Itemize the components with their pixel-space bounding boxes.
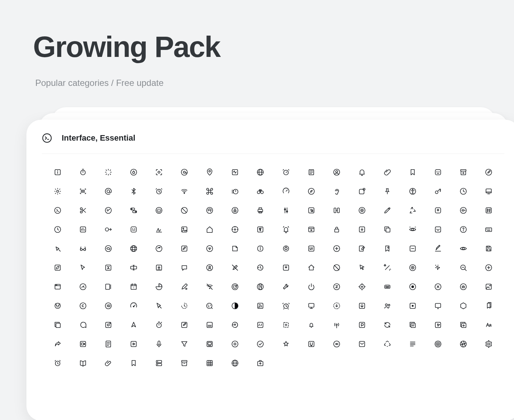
- slider-vertical-icon: [273, 206, 298, 214]
- archive-box-icon: [172, 359, 197, 367]
- snooze-circle-icon: [324, 283, 349, 291]
- paragraph-square-icon: [248, 225, 273, 233]
- bell-small-icon: [298, 321, 324, 329]
- clock-light-icon: [451, 187, 476, 195]
- aperture-icon: [451, 340, 476, 348]
- mic-circle-icon: [222, 206, 248, 214]
- archive-add-icon: [451, 168, 476, 176]
- info-rounded-icon: [248, 245, 273, 253]
- download-u-icon: [298, 340, 324, 348]
- globe-icon: [248, 168, 273, 176]
- rocket-gauge-icon: [70, 283, 95, 291]
- wrench-icon: [273, 283, 298, 291]
- edit-circle-icon: [476, 168, 502, 176]
- sparkle-add-icon: [426, 206, 451, 214]
- select-dashed-icon: [273, 321, 298, 329]
- icon-grid: [45, 159, 502, 367]
- settings-cog-icon: [476, 340, 502, 348]
- bell-icon: [349, 168, 374, 176]
- record-dot-icon: [222, 340, 248, 348]
- wifi-circle-icon: [197, 245, 222, 253]
- edit-note-icon: [172, 245, 197, 253]
- alarm-ringing-icon: [273, 302, 298, 310]
- accessibility-icon: [400, 187, 426, 195]
- rss-square-icon: [248, 302, 273, 310]
- pencil-cursor-icon: [172, 283, 197, 291]
- at-sign-icon: [95, 187, 121, 195]
- zoom-out-icon: [451, 264, 476, 272]
- gallery-square-icon: [197, 340, 222, 348]
- check-circle-icon: [248, 340, 273, 348]
- browser-window-icon: [45, 283, 70, 291]
- keyboard-icon: [476, 225, 502, 233]
- cursor-up-icon: [121, 321, 146, 329]
- bluetooth-icon: [121, 187, 146, 195]
- grid-table-icon: [197, 359, 222, 367]
- voicemail-box-icon: [374, 283, 400, 291]
- broadcast-icon: [324, 321, 349, 329]
- glasses-icon: [70, 245, 95, 253]
- ui-badge-icon: [298, 245, 324, 253]
- location-pin-icon: [197, 168, 222, 176]
- power-icon: [298, 283, 324, 291]
- display-stand-icon: [298, 302, 324, 310]
- text-block-icon: [400, 340, 426, 348]
- stack-copy-icon: [45, 321, 70, 329]
- edit-underline-icon: [426, 245, 451, 253]
- help-circle-icon: [451, 225, 476, 233]
- clock-icon: [45, 225, 70, 233]
- copyright-icon: [70, 302, 95, 310]
- world-web-icon: [121, 245, 146, 253]
- dot-square-icon: [400, 302, 426, 310]
- sync-circle-icon: [374, 321, 400, 329]
- send-right-icon: [95, 225, 121, 233]
- save-floppy-icon: [476, 245, 502, 253]
- signature-icon: [146, 225, 171, 233]
- speedometer-icon: [121, 302, 146, 310]
- record-video-icon: [95, 321, 121, 329]
- checkbox-down-icon: [426, 225, 451, 233]
- add-circle-icon: [476, 264, 502, 272]
- eye-icon: [451, 245, 476, 253]
- radar-icon: [222, 283, 248, 291]
- reload-user-icon: [222, 321, 248, 329]
- star-sparkle-icon: [273, 340, 298, 348]
- scissors-icon: [70, 206, 95, 214]
- sound-off-icon: [324, 340, 349, 348]
- fingerprint-circle-icon: [197, 206, 222, 214]
- minus-square-icon: [400, 245, 426, 253]
- bug-face-icon: [45, 302, 70, 310]
- window-close-icon: [298, 225, 324, 233]
- attachment-icon: [95, 359, 121, 367]
- svg-point-0: [43, 134, 51, 142]
- pie-chart-icon: [146, 283, 171, 291]
- eye-scan-icon: [400, 225, 426, 233]
- image-icon: [172, 225, 197, 233]
- refresh-circle-icon: [146, 245, 171, 253]
- download-box-icon: [349, 225, 374, 233]
- play-square-icon: [121, 340, 146, 348]
- flip-panels-icon: [324, 206, 349, 214]
- cursor-square-icon: [298, 206, 324, 214]
- target-rings-icon: [426, 340, 451, 348]
- water-drop-circle-icon: [121, 168, 146, 176]
- card-header: Interface, Essential: [42, 133, 504, 154]
- chart-donut-icon: [273, 245, 298, 253]
- home-outline-icon: [197, 225, 222, 233]
- touch-id-icon: [451, 283, 476, 291]
- leaf-square-icon: [45, 264, 70, 272]
- book-open-icon: [70, 359, 95, 367]
- activity-square-icon: [222, 168, 248, 176]
- page-title: Growing Pack: [33, 30, 220, 64]
- parking-square-icon: [349, 321, 374, 329]
- settings-gear-icon: [45, 187, 70, 195]
- emoji-square-icon: [121, 225, 146, 233]
- cursor-arrow-icon: [349, 264, 374, 272]
- stopwatch-icon: [70, 168, 95, 176]
- ear-icon: [324, 187, 349, 195]
- chat-bubble-icon: [172, 264, 197, 272]
- bell-ringing-icon: [273, 225, 298, 233]
- sticker-icon: [222, 245, 248, 253]
- document-lines-icon: [95, 340, 121, 348]
- server-lines-icon: [146, 359, 171, 367]
